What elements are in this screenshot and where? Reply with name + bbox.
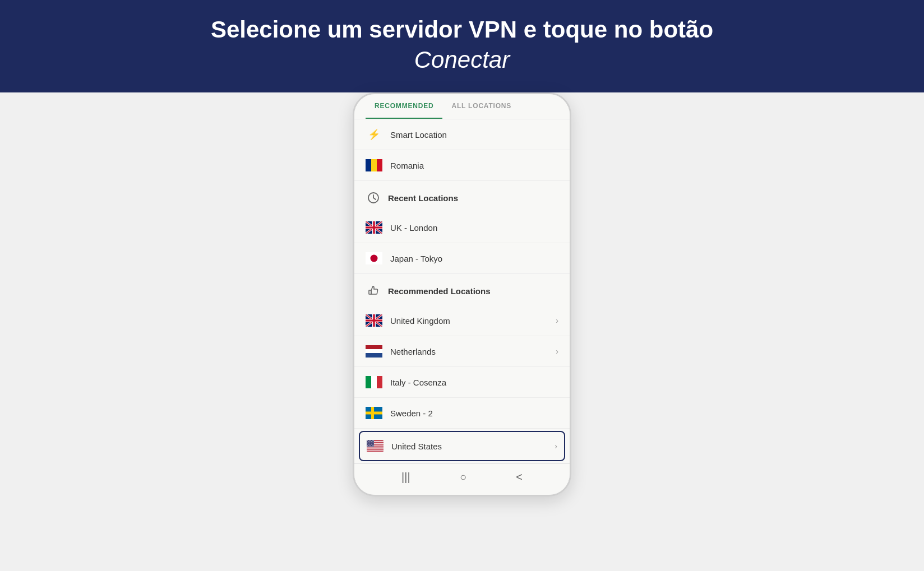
svg-rect-29 [366, 353, 382, 358]
netherlands-flag [366, 345, 382, 358]
sweden-item[interactable]: Sweden - 2 [354, 398, 570, 429]
netherlands-chevron: › [556, 347, 558, 356]
location-list: ⚡ Smart Location Romania [354, 119, 570, 461]
bottom-nav: ||| ○ < [354, 463, 570, 495]
nav-back-icon[interactable]: < [516, 471, 523, 484]
svg-point-48 [373, 440, 373, 441]
svg-rect-40 [367, 447, 384, 448]
united-states-chevron: › [555, 442, 557, 451]
svg-rect-2 [377, 159, 382, 171]
svg-point-58 [368, 444, 368, 444]
svg-point-63 [369, 445, 369, 445]
japan-tokyo-item[interactable]: Japan - Tokyo [354, 243, 570, 274]
svg-rect-27 [366, 345, 382, 350]
united-kingdom-flag [366, 314, 382, 327]
svg-point-60 [371, 444, 372, 444]
recent-locations-label: Recent Locations [388, 193, 458, 203]
us-flag [367, 440, 384, 452]
thumbsup-icon [366, 283, 381, 299]
sweden-label: Sweden - 2 [390, 408, 558, 418]
united-states-label: United States [391, 442, 555, 451]
japan-flag [366, 252, 382, 264]
svg-point-59 [369, 444, 370, 444]
italy-cosenza-item[interactable]: Italy - Cosenza [354, 367, 570, 398]
svg-point-16 [371, 255, 378, 262]
smart-location-label: Smart Location [390, 130, 558, 140]
phone-mockup: RECOMMENDED ALL LOCATIONS ⚡ Smart Locati… [353, 92, 571, 496]
italy-flag [366, 376, 382, 388]
svg-rect-35 [366, 412, 382, 415]
svg-point-53 [367, 443, 368, 443]
svg-rect-17 [369, 290, 371, 294]
tab-recommended[interactable]: RECOMMENDED [366, 94, 442, 119]
clock-icon [366, 190, 381, 206]
svg-rect-1 [371, 159, 377, 171]
united-states-item[interactable]: United States › [359, 431, 565, 461]
header-title-line2: Conectar [22, 44, 902, 77]
svg-rect-30 [366, 376, 371, 388]
svg-rect-32 [377, 376, 382, 388]
svg-line-5 [373, 198, 376, 199]
svg-point-64 [371, 445, 371, 445]
romania-flag [366, 159, 382, 171]
svg-rect-0 [366, 159, 371, 171]
svg-rect-28 [366, 349, 382, 354]
header-title-line1: Selecione um servidor VPN e toque no bot… [22, 16, 902, 44]
svg-point-57 [373, 443, 373, 443]
svg-point-56 [372, 443, 372, 443]
svg-point-62 [367, 445, 368, 445]
svg-point-66 [373, 445, 373, 445]
svg-point-45 [369, 440, 369, 441]
svg-point-61 [373, 444, 373, 444]
netherlands-item[interactable]: Netherlands › [354, 336, 570, 367]
nav-circle-icon[interactable]: ○ [460, 471, 466, 484]
svg-point-44 [367, 440, 368, 441]
uk-london-item[interactable]: UK - London [354, 212, 570, 243]
svg-point-46 [371, 440, 371, 441]
recommended-locations-label: Recommended Locations [388, 286, 491, 296]
smart-location-item[interactable]: ⚡ Smart Location [354, 119, 570, 150]
united-kingdom-item[interactable]: United Kingdom › [354, 305, 570, 336]
recommended-locations-header: Recommended Locations [354, 274, 570, 305]
smart-location-icon: ⚡ [366, 128, 382, 141]
svg-rect-41 [367, 448, 384, 449]
svg-point-65 [372, 445, 372, 445]
recent-locations-header: Recent Locations [354, 181, 570, 212]
svg-point-51 [371, 442, 372, 442]
svg-point-54 [369, 443, 369, 443]
header-banner: Selecione um servidor VPN e toque no bot… [0, 0, 924, 92]
united-kingdom-chevron: › [556, 316, 558, 325]
japan-tokyo-label: Japan - Tokyo [390, 254, 558, 263]
nav-home-icon[interactable]: ||| [401, 471, 410, 484]
united-kingdom-label: United Kingdom [390, 316, 556, 326]
svg-point-50 [369, 442, 370, 442]
uk-london-flag [366, 221, 382, 234]
svg-rect-42 [367, 451, 384, 452]
svg-rect-31 [371, 376, 377, 388]
svg-point-49 [368, 442, 368, 442]
sweden-flag [366, 407, 382, 419]
romania-label: Romania [390, 161, 558, 170]
italy-cosenza-label: Italy - Cosenza [390, 378, 558, 387]
svg-point-55 [371, 443, 371, 443]
svg-point-52 [373, 442, 373, 442]
svg-point-47 [372, 440, 372, 441]
main-content: RECOMMENDED ALL LOCATIONS ⚡ Smart Locati… [0, 92, 924, 571]
uk-london-label: UK - London [390, 223, 558, 233]
netherlands-label: Netherlands [390, 347, 556, 356]
tab-all-locations[interactable]: ALL LOCATIONS [442, 94, 520, 119]
tabs-bar: RECOMMENDED ALL LOCATIONS [354, 94, 570, 119]
romania-item[interactable]: Romania [354, 150, 570, 181]
